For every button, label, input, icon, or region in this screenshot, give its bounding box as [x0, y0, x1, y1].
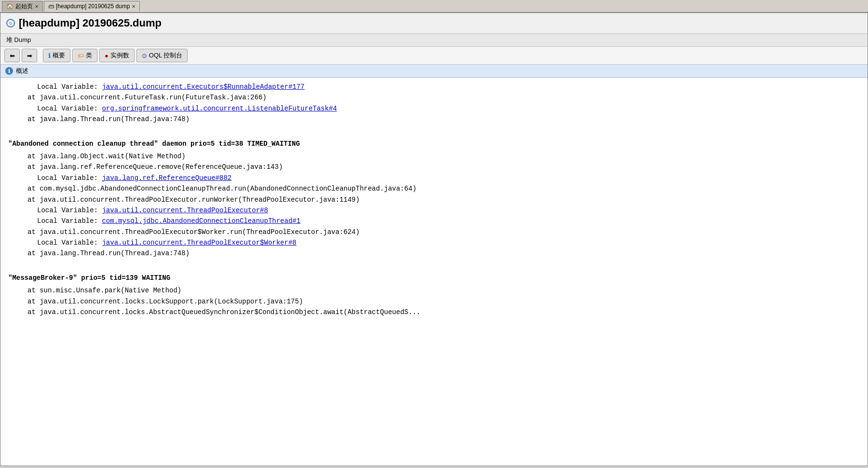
dump-icon: 🗃 — [48, 3, 54, 10]
stack-line: at java.lang.Object.wait(Native Method) — [8, 151, 860, 162]
thread-header-abandoned: "Abandoned connection cleanup thread" da… — [8, 138, 860, 149]
instance-icon: ● — [105, 52, 108, 59]
content-area[interactable]: Local Variable: java.util.concurrent.Exe… — [0, 78, 868, 321]
back-button[interactable]: ⬅ — [4, 49, 20, 62]
stack-line: Local Variable: org.springframework.util… — [8, 103, 860, 114]
stack-line: at java.util.concurrent.locks.LockSuppor… — [8, 296, 860, 307]
link-threadpoolexecutor8[interactable]: java.util.concurrent.ThreadPoolExecutor#… — [102, 206, 268, 214]
tab-heapdump[interactable]: 🗃 [heapdump] 20190625 dump ✕ — [44, 1, 140, 12]
stack-line: at java.util.concurrent.FutureTask.run(F… — [8, 92, 860, 103]
tab-close-heapdump[interactable]: ✕ — [132, 4, 136, 9]
stack-line: at java.util.concurrent.ThreadPoolExecut… — [8, 227, 860, 237]
home-icon: 🏠 — [6, 3, 14, 10]
class-icon: 🏷 — [78, 52, 84, 59]
overview-icon: ℹ — [5, 67, 13, 75]
window-title-area: ↻ [heapdump] 20190625.dump — [0, 13, 868, 34]
overview-bar: ℹ 概述 — [0, 65, 868, 78]
back-icon: ⬅ — [10, 52, 15, 59]
oql-button[interactable]: ⊙ OQL 控制台 — [136, 49, 188, 62]
stack-line: at com.mysql.jdbc.AbandonedConnectionCle… — [8, 183, 860, 194]
forward-button[interactable]: ➡ — [22, 49, 37, 62]
stack-line: Local Variable: com.mysql.jdbc.Abandoned… — [8, 216, 860, 226]
thread-header-messagebroker: "MessageBroker-9" prio=5 tid=139 WAITING — [8, 273, 860, 283]
stack-line: at java.lang.Thread.run(Thread.java:748) — [8, 114, 860, 124]
stack-line: Local Variable: java.util.concurrent.Exe… — [8, 82, 860, 92]
stack-line: Local Variable: java.util.concurrent.Thr… — [8, 237, 860, 248]
stack-line: Local Variable: java.util.concurrent.Thr… — [8, 205, 860, 216]
stack-line: at java.lang.Thread.run(Thread.java:748) — [8, 248, 860, 259]
loading-icon: ↻ — [6, 19, 15, 28]
stack-line: Local Variable: java.lang.ref.ReferenceQ… — [8, 173, 860, 183]
link-threadpoolexecutorworker8[interactable]: java.util.concurrent.ThreadPoolExecutor$… — [102, 239, 296, 247]
stack-line: at sun.misc.Unsafe.park(Native Method) — [8, 285, 860, 296]
stack-line: at java.util.concurrent.ThreadPoolExecut… — [8, 194, 860, 205]
forward-icon: ➡ — [27, 52, 32, 59]
tab-bar: 🏠 起始页 ✕ 🗃 [heapdump] 20190625 dump ✕ — [0, 0, 868, 13]
tab-close-home[interactable]: ✕ — [35, 4, 39, 9]
oql-icon: ⊙ — [142, 52, 147, 59]
overview-button[interactable]: ℹ 概要 — [43, 49, 70, 62]
link-abandonedcleanupthread1[interactable]: com.mysql.jdbc.AbandonedConnectionCleanu… — [102, 217, 300, 225]
heap-label: 堆 Dump — [0, 34, 868, 47]
class-button[interactable]: 🏷 类 — [72, 49, 97, 62]
info-icon: ℹ — [48, 52, 51, 59]
stack-line: at java.lang.ref.ReferenceQueue.remove(R… — [8, 162, 860, 172]
link-listenablefuturetask[interactable]: org.springframework.util.concurrent.List… — [102, 105, 337, 112]
instance-button[interactable]: ● 实例数 — [99, 49, 135, 62]
link-referencequeue[interactable]: java.lang.ref.ReferenceQueue#882 — [102, 174, 231, 182]
tab-home[interactable]: 🏠 起始页 ✕ — [2, 1, 43, 12]
page-title: [heapdump] 20190625.dump — [19, 17, 162, 29]
toolbar: ⬅ ➡ ℹ 概要 🏷 类 ● 实例数 ⊙ OQL 控制台 — [0, 47, 868, 65]
window-frame: ↻ [heapdump] 20190625.dump 堆 Dump ⬅ ➡ ℹ … — [0, 13, 868, 466]
link-runnableadapter[interactable]: java.util.concurrent.Executors$RunnableA… — [102, 83, 304, 91]
stack-line: at java.util.concurrent.locks.AbstractQu… — [8, 307, 860, 317]
